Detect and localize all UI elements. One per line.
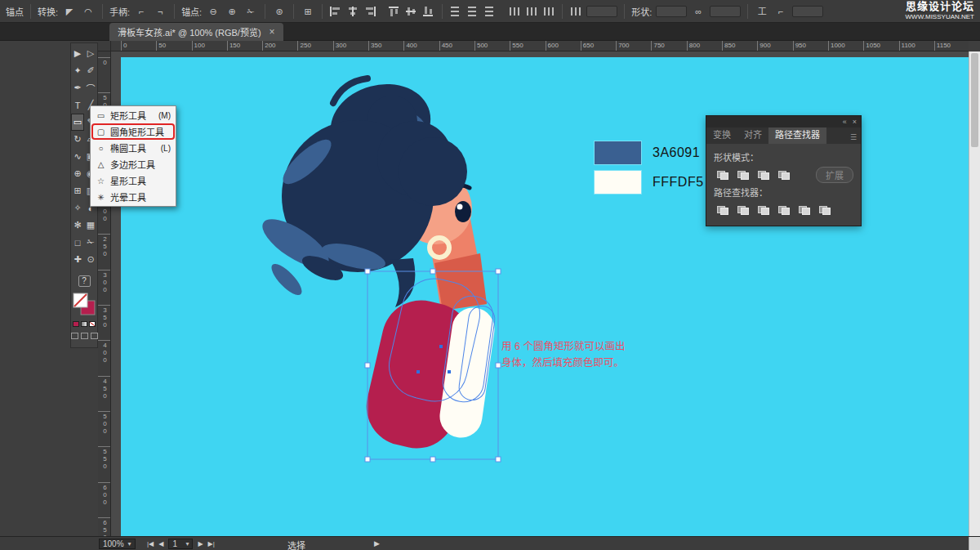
first-artboard-icon[interactable]: |◀ xyxy=(147,540,154,548)
vertical-scrollbar[interactable] xyxy=(969,51,980,536)
distribute-hcenter-icon[interactable] xyxy=(525,6,538,17)
divide-icon[interactable] xyxy=(714,203,731,217)
ruler-tick: 400 xyxy=(98,340,110,375)
fill-color-chip[interactable] xyxy=(73,321,79,327)
align-left-icon[interactable] xyxy=(329,6,342,17)
swatch-label: FFFDF5 xyxy=(653,175,704,190)
unite-icon[interactable] xyxy=(714,168,731,182)
convert-to-corner-icon[interactable]: ◤ xyxy=(62,5,77,18)
shape-tools-flyout: ▭ 矩形工具 (M) ▢ 圆角矩形工具 ○ 椭圆工具 (L) △ 多边形工具 xyxy=(90,105,176,207)
eyedropper-tool[interactable]: ✧ xyxy=(71,199,84,217)
remove-anchor-icon[interactable]: ⊖ xyxy=(206,5,220,18)
draw-inside-icon[interactable] xyxy=(91,333,98,339)
swatch-chip[interactable] xyxy=(595,141,641,164)
hide-handles-icon[interactable]: ¬ xyxy=(153,5,167,18)
tab-align[interactable]: 对齐 xyxy=(737,127,768,144)
expand-button[interactable]: 扩展 xyxy=(816,167,853,183)
zoom-tool[interactable]: ⊙ xyxy=(84,251,97,268)
hand-tool[interactable]: ✚ xyxy=(71,251,84,268)
symbol-sprayer-tool[interactable]: ✻ xyxy=(71,217,84,234)
convert-to-smooth-icon[interactable]: ◠ xyxy=(81,5,96,18)
slice-tool[interactable]: ✁ xyxy=(84,234,97,251)
fill-stroke-indicator[interactable] xyxy=(73,293,96,315)
zoom-control[interactable]: 100% ▾ xyxy=(99,539,136,549)
flyout-item-polygon-tool[interactable]: △ 多边形工具 xyxy=(91,156,175,172)
mesh-tool[interactable]: ⊞ xyxy=(71,182,84,199)
curvature-tool[interactable]: ⌒ xyxy=(84,79,97,96)
none-chip[interactable] xyxy=(89,321,96,327)
align-right-icon[interactable] xyxy=(363,6,376,17)
rectangle-tool[interactable]: ▭ xyxy=(71,114,84,131)
chevron-down-icon[interactable]: ▾ xyxy=(128,540,131,548)
distribute-spacing-icon[interactable] xyxy=(569,6,582,17)
chevron-down-icon[interactable]: ▾ xyxy=(185,540,189,548)
intersect-icon[interactable] xyxy=(755,168,772,182)
flyout-item-rectangle-tool[interactable]: ▭ 矩形工具 (M) xyxy=(91,107,175,123)
artboard-canvas[interactable]: 3A6091 FFFDF5 用 6 个圆角矩形就可以画出 身体，然后填充颜色即可… xyxy=(121,57,969,536)
distribute-top-icon[interactable] xyxy=(449,6,462,17)
graph-tool[interactable]: ▦ xyxy=(84,217,97,234)
minus-back-icon[interactable] xyxy=(816,203,833,217)
gradient-chip[interactable] xyxy=(81,321,87,327)
artboard-tool[interactable]: □ xyxy=(71,234,84,251)
align-center-icon[interactable] xyxy=(346,6,359,17)
scrollbar-thumb[interactable] xyxy=(971,53,978,147)
distribute-right-icon[interactable] xyxy=(542,6,555,17)
ruler-tick: 850 xyxy=(722,41,757,51)
add-anchor-icon[interactable]: ⊕ xyxy=(225,5,239,18)
stroke-icon[interactable]: 工 xyxy=(755,5,769,18)
flyout-item-flare-tool[interactable]: ✳ 光晕工具 xyxy=(91,189,175,205)
align-middle-icon[interactable] xyxy=(405,6,418,17)
draw-normal-icon[interactable] xyxy=(71,333,78,339)
last-artboard-icon[interactable]: ▶| xyxy=(208,540,215,548)
watermark-url: WWW.MISSYUAN.NET xyxy=(906,13,974,20)
exclude-icon[interactable] xyxy=(775,168,792,182)
shape-height-field[interactable] xyxy=(710,6,741,17)
magic-wand-tool[interactable]: ✦ xyxy=(71,62,84,79)
distribute-left-icon[interactable] xyxy=(508,6,521,17)
outline-icon[interactable] xyxy=(795,203,813,217)
tab-transform[interactable]: 变换 xyxy=(706,127,737,144)
next-artboard-icon[interactable]: ▶ xyxy=(198,540,203,548)
cut-path-icon[interactable]: ✁ xyxy=(243,5,258,18)
collapse-icon[interactable]: « xyxy=(843,116,847,127)
flyout-item-star-tool[interactable]: ☆ 星形工具 xyxy=(91,172,175,189)
rotate-tool[interactable]: ↻ xyxy=(71,131,84,148)
shape-width-field[interactable] xyxy=(656,6,687,17)
align-top-icon[interactable] xyxy=(388,6,401,17)
status-flyout-arrow-icon[interactable]: ▶ xyxy=(374,539,380,548)
flyout-item-rounded-rectangle-tool[interactable]: ▢ 圆角矩形工具 xyxy=(91,123,175,140)
globe-icon[interactable]: ⊛ xyxy=(272,5,287,18)
flyout-item-ellipse-tool[interactable]: ○ 椭圆工具 (L) xyxy=(91,140,175,156)
spacing-field[interactable] xyxy=(586,6,617,17)
distribute-bottom-icon[interactable] xyxy=(483,6,497,17)
grid-icon[interactable]: ⊞ xyxy=(301,5,315,18)
merge-icon[interactable] xyxy=(755,203,772,217)
rotate-angle-field[interactable] xyxy=(792,6,823,17)
pen-tool[interactable]: ✒ xyxy=(71,79,84,96)
width-tool[interactable]: ∿ xyxy=(71,148,84,165)
direct-selection-tool[interactable]: ▷ xyxy=(84,45,97,62)
close-icon[interactable]: × xyxy=(270,26,275,38)
lasso-tool[interactable]: ✐ xyxy=(84,62,97,79)
distribute-vcenter-icon[interactable] xyxy=(466,6,479,17)
trim-icon[interactable] xyxy=(734,203,751,217)
prev-artboard-icon[interactable]: ◀ xyxy=(158,540,163,548)
minus-front-icon[interactable] xyxy=(734,168,751,182)
close-icon[interactable]: × xyxy=(853,116,857,127)
swatch-chip[interactable] xyxy=(595,171,641,194)
help-icon[interactable]: ? xyxy=(78,275,91,287)
selection-tool[interactable]: ▶ xyxy=(71,45,84,62)
align-bottom-icon[interactable] xyxy=(422,6,435,17)
girl-body[interactable] xyxy=(359,293,497,456)
show-handles-icon[interactable]: ⌐ xyxy=(134,5,149,18)
panel-menu-icon[interactable]: ☰ xyxy=(846,133,861,144)
tab-pathfinder[interactable]: 路径查找器 xyxy=(768,127,826,144)
draw-behind-icon[interactable] xyxy=(81,333,88,339)
artboard-number-field[interactable]: 1 ▾ xyxy=(168,539,193,549)
document-tab[interactable]: 滑板车女孩.ai* @ 100% (RGB/预览) × xyxy=(109,23,283,41)
type-tool[interactable]: T xyxy=(71,96,84,114)
crop-icon[interactable] xyxy=(775,203,792,217)
link-dimensions-icon[interactable]: ∞ xyxy=(691,5,706,18)
shape-builder-tool[interactable]: ⊕ xyxy=(71,165,84,182)
